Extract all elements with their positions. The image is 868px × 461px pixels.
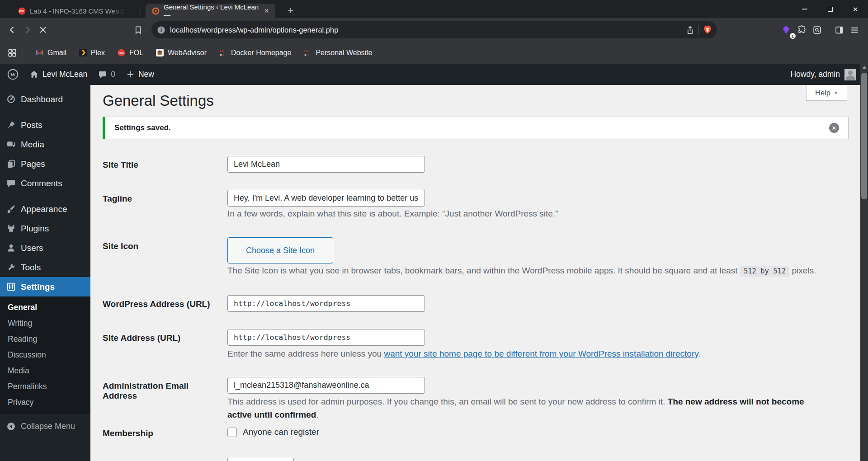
window-controls: ✕ xyxy=(792,0,868,18)
submenu-item-discussion[interactable]: Discussion xyxy=(0,347,90,363)
sidebar-item-media[interactable]: Media xyxy=(0,135,90,154)
howdy-text: Howdy, admin xyxy=(790,70,840,79)
address-bar[interactable]: localhost/wordpress/wp-admin/options-gen… xyxy=(151,21,717,38)
choose-site-icon-button[interactable]: Choose a Site Icon xyxy=(227,237,333,263)
browser-tab-bar: FOL Lab 4 - INFO-3163 CMS Web Develop Ge… xyxy=(0,0,868,18)
close-window-button[interactable]: ✕ xyxy=(843,0,868,18)
bookmark-gmail[interactable]: Gmail xyxy=(29,45,73,61)
tab-lab4[interactable]: FOL Lab 4 - INFO-3163 CMS Web Develop xyxy=(12,4,137,18)
svg-text:W: W xyxy=(10,71,16,78)
new-user-role-select-partial[interactable] xyxy=(227,458,294,461)
paintbrush-icon xyxy=(6,204,16,214)
new-content-menu[interactable]: New xyxy=(121,64,160,85)
sidebar-item-label: Dashboard xyxy=(21,94,63,104)
brave-shield-icon[interactable] xyxy=(703,25,712,35)
sidebar-item-posts[interactable]: Posts xyxy=(0,115,90,135)
bookmark-fol[interactable]: FOL FOL xyxy=(111,45,150,61)
sidebar-item-label: Appearance xyxy=(21,204,67,214)
site-title-input[interactable] xyxy=(227,156,425,173)
different-home-page-link[interactable]: want your site home page to be different… xyxy=(384,349,698,358)
forward-icon[interactable] xyxy=(20,22,35,38)
dismiss-notice-icon[interactable]: ✕ xyxy=(829,123,839,133)
help-button[interactable]: Help ▼ xyxy=(806,85,847,101)
settings-icon xyxy=(6,282,16,292)
submenu-item-permalinks[interactable]: Permalinks xyxy=(0,379,90,395)
settings-submenu: General Writing Reading Discussion Media… xyxy=(0,296,90,414)
svg-text:V: V xyxy=(220,53,222,56)
bookmark-webadvisor[interactable]: WebAdvisor xyxy=(150,45,213,61)
account-menu[interactable]: Howdy, admin xyxy=(790,69,868,80)
tab-title: Lab 4 - INFO-3163 CMS Web Develop xyxy=(30,7,126,15)
back-icon[interactable] xyxy=(5,22,20,38)
submenu-item-general[interactable]: General xyxy=(0,300,90,315)
submenu-item-writing[interactable]: Writing xyxy=(0,315,90,331)
menu-hamburger-icon[interactable] xyxy=(847,22,862,38)
tagline-input[interactable] xyxy=(227,190,425,207)
submenu-item-media[interactable]: Media xyxy=(0,363,90,379)
anyone-can-register-checkbox[interactable] xyxy=(227,428,237,437)
bookmark-docker-homepage[interactable]: LE V I Docker Homepage xyxy=(213,45,297,61)
sidebar-item-comments[interactable]: Comments xyxy=(0,174,90,193)
levi-site-icon: LE V I xyxy=(304,49,311,56)
visit-site-link[interactable]: Levi McLean xyxy=(24,64,93,85)
site-info-icon[interactable] xyxy=(157,26,165,34)
site-icon-description: The Site Icon is what you see in browser… xyxy=(227,264,829,278)
extensions-icon[interactable] xyxy=(794,22,809,38)
sidebar-item-label: Tools xyxy=(21,263,41,273)
svg-text:I: I xyxy=(223,53,224,56)
wallet-search-icon[interactable] xyxy=(809,22,825,38)
sidebar-item-users[interactable]: Users xyxy=(0,238,90,258)
scroll-up-arrow[interactable] xyxy=(861,65,867,71)
bookmark-label: Docker Homepage xyxy=(231,49,291,57)
chevron-down-icon: ▼ xyxy=(834,90,838,95)
new-tab-button[interactable]: + xyxy=(284,4,297,18)
wrench-icon xyxy=(6,263,16,272)
wp-admin-sidebar: Dashboard Posts Media Pages Comments A xyxy=(0,85,90,461)
tab-title: General Settings ‹ Levi McLean — xyxy=(164,3,262,19)
sidebar-item-pages[interactable]: Pages xyxy=(0,154,90,174)
bookmark-personal-website[interactable]: LE V I Personal Website xyxy=(297,45,378,61)
brave-rewards-icon[interactable]: 1 xyxy=(778,22,794,38)
plex-icon xyxy=(79,49,87,56)
bookmark-label: Gmail xyxy=(47,49,66,57)
share-icon[interactable] xyxy=(685,25,695,35)
admin-email-input[interactable] xyxy=(227,377,425,394)
bookmark-label: Plex xyxy=(91,49,105,57)
toolbar-right-icons: 1 xyxy=(778,18,862,42)
membership-field: Anyone can register xyxy=(227,427,319,437)
comments-indicator[interactable]: 0 xyxy=(93,64,121,85)
site-address-input[interactable] xyxy=(227,329,425,346)
page-title: General Settings xyxy=(103,92,214,109)
tagline-label: Tagline xyxy=(103,194,225,204)
notice-text: Settings saved. xyxy=(114,123,171,132)
collapse-menu-button[interactable]: Collapse Menu xyxy=(0,417,90,436)
sidebar-item-label: Posts xyxy=(21,120,42,130)
tagline-description: In a few words, explain what this site i… xyxy=(227,207,829,221)
stop-loading-icon[interactable] xyxy=(35,22,51,38)
pages-icon xyxy=(6,159,16,169)
sidebar-item-tools[interactable]: Tools xyxy=(0,258,90,277)
wp-logo-menu[interactable]: W xyxy=(0,64,24,85)
bookmark-icon[interactable] xyxy=(130,22,146,38)
plugin-icon xyxy=(6,224,16,233)
sidebar-item-settings[interactable]: Settings xyxy=(0,277,90,296)
browser-scrollbar[interactable] xyxy=(860,64,868,461)
wp-admin-bar: W Levi McLean 0 New Howdy, admin xyxy=(0,64,868,85)
sidebar-item-label: Plugins xyxy=(21,224,49,234)
sidebar-item-plugins[interactable]: Plugins xyxy=(0,219,90,238)
comments-icon xyxy=(6,179,16,188)
sidebar-item-dashboard[interactable]: Dashboard xyxy=(0,89,90,109)
minimize-button[interactable] xyxy=(792,0,817,18)
apps-grid-icon[interactable] xyxy=(7,48,17,58)
site-address-description: Enter the same address here unless you w… xyxy=(227,348,829,361)
submenu-item-privacy[interactable]: Privacy xyxy=(0,395,90,410)
scrollbar-thumb[interactable] xyxy=(861,73,867,199)
tab-general-settings[interactable]: General Settings ‹ Levi McLean — ✕ xyxy=(146,4,275,18)
sidebar-item-appearance[interactable]: Appearance xyxy=(0,199,90,219)
sidebar-toggle-icon[interactable] xyxy=(831,22,847,38)
submenu-item-reading[interactable]: Reading xyxy=(0,331,90,347)
tab-close-icon[interactable]: ✕ xyxy=(262,6,271,15)
wordpress-address-input[interactable] xyxy=(227,295,425,312)
maximize-button[interactable] xyxy=(817,0,843,18)
bookmark-plex[interactable]: Plex xyxy=(73,45,111,61)
